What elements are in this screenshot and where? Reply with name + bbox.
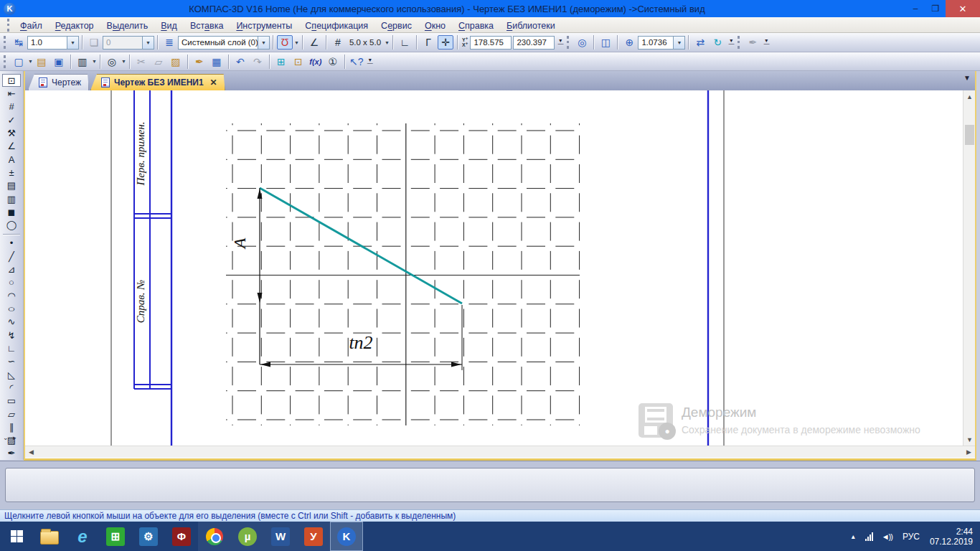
- what-is-this-icon[interactable]: ↖?: [349, 55, 364, 69]
- grid-drop-icon[interactable]: ▼: [385, 40, 390, 45]
- vertical-scroll-thumb[interactable]: [965, 125, 974, 145]
- ellipse-icon[interactable]: ○: [2, 302, 21, 315]
- zoom-combo[interactable]: 1.0736 ▼: [638, 36, 685, 50]
- drop-arrow-icon[interactable]: ▼: [92, 59, 97, 64]
- print-icon[interactable]: ▥: [75, 55, 90, 69]
- layers-icon[interactable]: ≣: [161, 35, 177, 50]
- layer-combo-arrow-icon[interactable]: ▼: [258, 37, 269, 49]
- scale-combo-arrow-icon[interactable]: ▼: [67, 37, 78, 49]
- close-button[interactable]: ✕: [946, 0, 980, 17]
- zoom-document-icon[interactable]: ◎: [574, 35, 590, 50]
- drawing-sheet[interactable]: Перв. примен.Справ. №Аtn2: [25, 90, 963, 446]
- store-icon[interactable]: ⊞: [99, 522, 132, 551]
- edit-part-icon[interactable]: ⚒: [2, 126, 21, 139]
- toolbar-grip[interactable]: [4, 36, 7, 49]
- angle-snap-icon[interactable]: ∠: [306, 35, 322, 50]
- zoom-combo-arrow-icon[interactable]: ▼: [673, 37, 684, 49]
- utorrent-icon[interactable]: µ: [231, 522, 264, 551]
- refresh-view-icon[interactable]: ↻: [710, 35, 725, 50]
- snap-grid-icon[interactable]: #: [2, 100, 21, 113]
- kompas-icon[interactable]: K: [330, 522, 363, 551]
- save-icon[interactable]: ▣: [51, 55, 67, 69]
- paste-icon[interactable]: ▨: [168, 55, 184, 69]
- menu-Файл[interactable]: Файл: [14, 19, 49, 32]
- menu-Спецификация[interactable]: Спецификация: [298, 19, 374, 32]
- coord-x-input[interactable]: 230.397: [513, 36, 555, 50]
- units-icon[interactable]: ↹: [11, 35, 27, 50]
- minimize-button[interactable]: –: [905, 0, 925, 17]
- snap-points-icon[interactable]: ✛: [438, 35, 453, 50]
- tray-expand-icon[interactable]: ▴: [852, 532, 855, 540]
- tab-Чертеж[interactable]: Чертеж: [28, 74, 89, 90]
- toolbar-grip[interactable]: [4, 55, 7, 68]
- power-app-icon[interactable]: Φ: [165, 522, 198, 551]
- variables-icon[interactable]: ①: [325, 55, 341, 69]
- open-document-icon[interactable]: ▤: [34, 55, 50, 69]
- save-view-icon[interactable]: ▤: [2, 179, 21, 192]
- brush-icon[interactable]: ✒: [2, 447, 21, 460]
- local-cs-icon[interactable]: ∟: [397, 35, 413, 50]
- network-signal-icon[interactable]: [865, 532, 873, 541]
- menu-Окно[interactable]: Окно: [418, 19, 452, 32]
- fx-icon[interactable]: f(x): [308, 55, 324, 69]
- circle-icon[interactable]: ○: [2, 276, 21, 289]
- bezier-icon[interactable]: ↯: [2, 329, 21, 342]
- tabbar-overflow-icon[interactable]: ▼: [963, 74, 971, 82]
- select-icon[interactable]: ⊡: [2, 74, 21, 87]
- drawing-canvas[interactable]: Перв. примен.Справ. №Аtn2 ● Деморежим Со…: [25, 90, 963, 446]
- segment-icon[interactable]: ╱: [2, 250, 21, 263]
- plus-minus-icon[interactable]: ±: [2, 166, 21, 179]
- point-icon[interactable]: •: [2, 237, 21, 250]
- menu-Библиотеки[interactable]: Библиотеки: [500, 19, 562, 32]
- menu-Вставка[interactable]: Вставка: [184, 19, 230, 32]
- settings-app-icon[interactable]: ⚙: [132, 522, 165, 551]
- help-topic-icon[interactable]: ⊡: [291, 55, 306, 69]
- step-line-icon[interactable]: ∟: [2, 342, 21, 354]
- grid-toggle-icon[interactable]: #: [330, 35, 346, 50]
- menu-Вид[interactable]: Вид: [154, 19, 184, 32]
- scale-combo[interactable]: 1.0 ▼: [27, 36, 79, 50]
- show-document-icon[interactable]: ⊞: [273, 55, 289, 69]
- language-indicator[interactable]: РУС: [903, 532, 920, 542]
- undo-icon[interactable]: ↶: [232, 55, 248, 69]
- vertical-scrollbar[interactable]: ▲ ▼: [963, 90, 975, 446]
- toolbar-grip[interactable]: [738, 36, 741, 49]
- overflow-icon[interactable]: ▾—: [728, 39, 734, 45]
- panel-more-arrows-icon[interactable]: ⌄ ▸: [3, 434, 18, 441]
- file-explorer-icon[interactable]: [33, 522, 66, 551]
- word-icon[interactable]: W: [264, 522, 297, 551]
- menu-Сервис[interactable]: Сервис: [374, 19, 418, 32]
- magnet-snap-icon[interactable]: Ω: [277, 35, 293, 50]
- redo-icon[interactable]: ↷: [250, 55, 265, 69]
- chamfer-icon[interactable]: ◺: [2, 368, 21, 381]
- coord-y-input[interactable]: 178.575: [470, 36, 512, 50]
- start-button[interactable]: [0, 522, 33, 551]
- copy-object-icon[interactable]: ▱: [2, 408, 21, 420]
- menu-Редактор[interactable]: Редактор: [49, 19, 100, 32]
- reader-app-icon[interactable]: У: [297, 522, 330, 551]
- rectangle-icon[interactable]: ▭: [2, 395, 21, 408]
- menubar-grip[interactable]: [7, 19, 11, 32]
- drop-arrow-icon[interactable]: ▼: [28, 59, 33, 64]
- text-icon[interactable]: A: [2, 153, 21, 166]
- polyline-icon[interactable]: ⊿: [2, 263, 21, 276]
- scroll-down-icon[interactable]: ▼: [963, 433, 976, 446]
- overflow-icon[interactable]: ▾—: [763, 39, 769, 45]
- clock[interactable]: 2:4407.12.2019: [930, 527, 973, 547]
- properties-icon[interactable]: ▦: [209, 55, 225, 69]
- tab-Чертеж БЕЗ ИМЕНИ1[interactable]: Чертеж БЕЗ ИМЕНИ1✕: [90, 74, 225, 90]
- scroll-up-icon[interactable]: ▲: [963, 90, 976, 103]
- angle-icon[interactable]: ∠: [2, 140, 21, 153]
- volume-icon[interactable]: ◄)): [882, 532, 892, 541]
- magnet-drop-icon[interactable]: ▼: [294, 40, 299, 45]
- restore-button[interactable]: ❐: [925, 0, 946, 17]
- new-document-icon[interactable]: ▢: [11, 55, 27, 69]
- menu-Выделить[interactable]: Выделить: [100, 19, 155, 32]
- ortho-icon[interactable]: Γ: [420, 35, 436, 50]
- cut-icon[interactable]: ✂: [133, 55, 149, 69]
- arc-icon[interactable]: ◠: [2, 289, 21, 302]
- drop-arrow-icon[interactable]: ▼: [121, 59, 126, 64]
- zoom-in-icon[interactable]: ⊕: [621, 35, 637, 50]
- spline-icon[interactable]: ∿: [2, 316, 21, 329]
- print-preview-icon[interactable]: ◎: [104, 55, 120, 69]
